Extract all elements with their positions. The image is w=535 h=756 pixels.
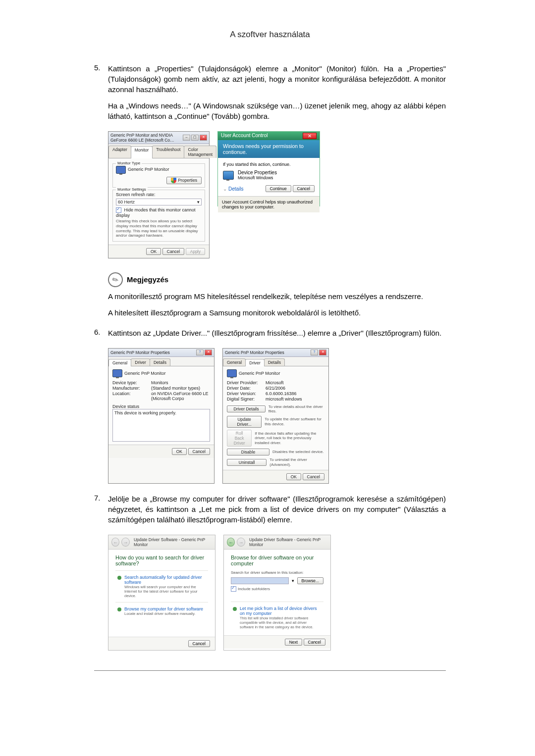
group-monitor-settings-label: Monitor Settings xyxy=(116,187,148,192)
tab-driver[interactable]: Driver xyxy=(131,358,150,366)
forward-icon[interactable]: → xyxy=(121,538,129,547)
cancel-button[interactable]: Cancel xyxy=(304,639,325,646)
step7-paragraph: Jelölje be a „Browse my computer for dri… xyxy=(108,494,446,525)
uac-title-label: User Account Control xyxy=(221,133,268,139)
tab-adapter[interactable]: Adapter xyxy=(108,146,131,158)
monitor-dialog-title: Generic PnP Monitor and NVIDIA GeForce 6… xyxy=(110,133,183,143)
hide-modes-checkbox[interactable] xyxy=(116,207,121,213)
uninstall-desc: To uninstall the driver (Advanced). xyxy=(269,457,324,467)
uac-started-label: If you started this action, continue. xyxy=(223,162,315,167)
chevron-down-icon: ⌄ xyxy=(223,186,227,192)
wizard1-opt1-title: Search automatically for updated driver … xyxy=(124,575,206,585)
cancel-button[interactable]: Cancel xyxy=(162,248,184,255)
include-subfolders-checkbox[interactable] xyxy=(231,586,236,592)
refresh-rate-select[interactable]: 60 Hertz ▾ xyxy=(116,199,202,205)
ok-button[interactable]: OK xyxy=(146,248,161,255)
refresh-rate-value: 60 Hertz xyxy=(118,200,135,204)
wizard1-breadcrumb: Update Driver Software - Generic PnP Mon… xyxy=(134,537,212,547)
tab-details[interactable]: Details xyxy=(150,358,170,366)
properties-button[interactable]: Properties xyxy=(166,177,202,184)
monitor-name-label: Generic PnP Monitor xyxy=(124,371,165,376)
close-icon[interactable]: ✕ xyxy=(200,135,207,141)
device-type-key: Device type: xyxy=(112,380,151,385)
location-key: Location: xyxy=(112,391,151,401)
browse-button[interactable]: Browse... xyxy=(297,577,323,584)
tab-monitor[interactable]: Monitor xyxy=(131,146,153,158)
apply-button[interactable]: Apply xyxy=(186,248,205,255)
arrow-right-icon xyxy=(233,607,237,611)
refresh-rate-label: Screen refresh rate: xyxy=(116,192,202,197)
driver-date-key: Driver Date: xyxy=(227,386,266,391)
note-paragraph2: A hitelesített illesztőprogram a Samsung… xyxy=(108,307,446,318)
ok-button[interactable]: OK xyxy=(172,448,187,455)
wizard1-option-search-auto[interactable]: Search automatically for updated driver … xyxy=(115,570,208,602)
back-icon[interactable]: ← xyxy=(227,538,235,547)
footer-rule xyxy=(94,670,446,671)
cancel-button[interactable]: Cancel xyxy=(293,185,315,192)
driver-version-key: Driver Version: xyxy=(227,391,266,396)
step5-para1: Kattintson a „Properties" (Tulajdonságok… xyxy=(108,63,446,95)
uac-program-name: Device Properties xyxy=(238,170,277,175)
tab-general[interactable]: General xyxy=(223,358,246,366)
arrow-right-icon xyxy=(117,576,121,580)
wizard2-heading: Browse for driver software on your compu… xyxy=(231,554,323,566)
arrow-right-icon xyxy=(117,607,121,611)
disable-button[interactable]: Disable xyxy=(227,449,269,455)
step6-paragraph: Kattintson az „Update Driver..." (Illesz… xyxy=(108,328,446,338)
group-monitor-type-label: Monitor Type xyxy=(116,161,142,165)
wizard2-breadcrumb: Update Driver Software - Generic PnP Mon… xyxy=(249,537,327,547)
disable-desc: Disables the selected device. xyxy=(272,450,324,454)
note-icon: ✎ xyxy=(106,269,126,290)
help-icon[interactable]: ? xyxy=(311,350,318,355)
continue-button[interactable]: Continue xyxy=(266,185,291,192)
uac-publisher: Microsoft Windows xyxy=(238,175,277,180)
next-button[interactable]: Next xyxy=(285,639,302,646)
driver-version-value: 6.0.6000.16386 xyxy=(266,391,324,396)
device-type-value: Monitors xyxy=(151,380,210,385)
cancel-button[interactable]: Cancel xyxy=(303,473,324,480)
wizard2-opt-desc: This list will show installed driver sof… xyxy=(240,616,321,629)
close-icon[interactable]: ✕ xyxy=(303,133,317,139)
note-paragraph1: A monitorillesztő program MS hitelesítés… xyxy=(108,291,446,302)
hide-modes-label: Hide modes that this monitor cannot disp… xyxy=(116,207,196,218)
monitor-icon xyxy=(112,369,122,377)
rollback-driver-desc: If the device fails after updating the d… xyxy=(255,431,324,446)
tab-details[interactable]: Details xyxy=(264,358,285,366)
update-driver-button[interactable]: Update Driver... xyxy=(227,416,262,428)
monitor-icon xyxy=(227,369,237,377)
device-status-text: This device is working properly. xyxy=(114,410,176,415)
wizard1-option-browse[interactable]: Browse my computer for driver software L… xyxy=(115,602,208,620)
ok-button[interactable]: OK xyxy=(286,473,301,480)
forward-icon[interactable]: → xyxy=(237,538,245,547)
driver-location-combobox[interactable] xyxy=(231,577,289,584)
monitor-name-label: Generic PnP Monitor xyxy=(128,167,169,172)
properties-general-title: Generic PnP Monitor Properties xyxy=(110,350,170,355)
rollback-driver-button[interactable]: Roll Back Driver xyxy=(227,430,252,447)
help-icon[interactable]: ? xyxy=(196,350,204,355)
shield-icon xyxy=(171,178,176,183)
maximize-icon[interactable]: ▢ xyxy=(191,135,199,141)
cancel-button[interactable]: Cancel xyxy=(188,448,210,455)
uninstall-button[interactable]: Uninstall xyxy=(227,459,267,466)
wizard2-search-label: Search for driver software in this locat… xyxy=(231,570,323,575)
driver-details-button[interactable]: Driver Details xyxy=(227,405,266,412)
manufacturer-key: Manufacturer: xyxy=(112,386,151,391)
tab-driver[interactable]: Driver xyxy=(245,359,265,366)
cancel-button[interactable]: Cancel xyxy=(188,640,210,647)
wizard1-heading: How do you want to search for driver sof… xyxy=(115,554,208,566)
wizard1-opt1-desc: Windows will search your computer and th… xyxy=(124,585,206,598)
step7-text: Jelölje be a „Browse my computer for dri… xyxy=(108,494,446,531)
tab-general[interactable]: General xyxy=(108,359,131,366)
minimize-icon[interactable]: – xyxy=(183,135,190,141)
step7-number: 7. xyxy=(94,494,108,531)
chapter-title: A szoftver használata xyxy=(94,30,446,40)
uac-details-link[interactable]: Details xyxy=(228,186,244,192)
wizard2-option-pick-list[interactable]: Let me pick from a list of device driver… xyxy=(231,602,323,633)
back-icon[interactable]: ← xyxy=(111,538,119,547)
close-icon[interactable]: ✕ xyxy=(319,350,326,355)
update-driver-desc: To update the driver software for this d… xyxy=(265,417,324,426)
device-status-textbox: This device is working properly. xyxy=(112,409,210,442)
tab-troubleshoot[interactable]: Troubleshoot xyxy=(152,146,184,158)
close-icon[interactable]: ✕ xyxy=(205,350,212,355)
tab-color-management[interactable]: Color Management xyxy=(184,146,216,158)
